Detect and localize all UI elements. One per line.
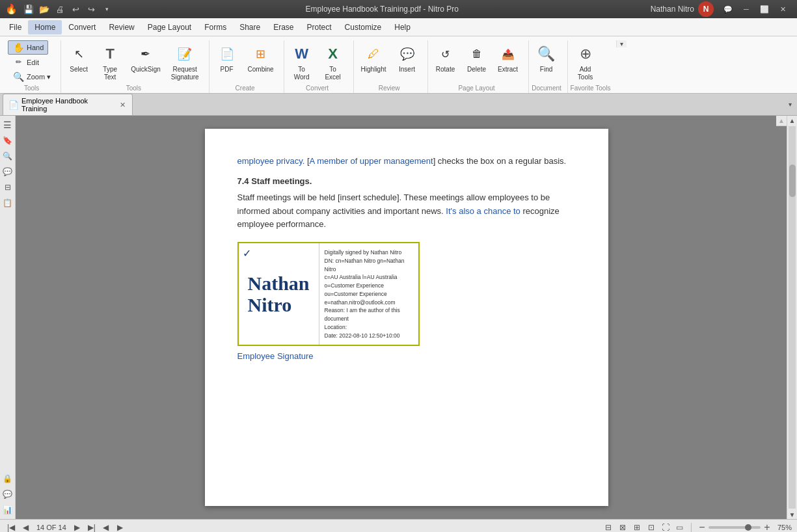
delete-button[interactable]: 🗑 Delete: [462, 40, 492, 77]
page-layout-group-label: Page Layout: [431, 85, 523, 93]
nav-back[interactable]: ◀: [100, 522, 112, 533]
scroll-down-arrow[interactable]: ▼: [787, 510, 797, 519]
add-tools-icon: ⊕: [575, 44, 596, 64]
sidebar-icon-comments[interactable]: 💬: [1, 165, 14, 178]
menu-forms[interactable]: Forms: [198, 20, 233, 34]
viewer-scroll-top[interactable]: ▲: [776, 116, 787, 126]
find-label: Find: [540, 66, 552, 73]
quicksign-button[interactable]: ✒ QuickSign: [126, 40, 165, 77]
insert-label: Insert: [399, 66, 415, 73]
rotate-label: Rotate: [436, 66, 455, 73]
qa-save-icon[interactable]: 💾: [21, 2, 36, 16]
scroll-thumb[interactable]: [789, 165, 796, 197]
thumbnail-view[interactable]: ⊡: [645, 522, 657, 533]
sidebar-icon-chat[interactable]: 💬: [1, 488, 14, 501]
menu-page-layout[interactable]: Page Layout: [141, 20, 198, 34]
to-word-label: ToWord: [294, 66, 310, 81]
sig-name-line1: Nathan: [248, 273, 310, 294]
fav-tools-group-label: Favorite Tools: [571, 85, 611, 93]
restore-btn[interactable]: ⬜: [755, 0, 774, 18]
para2-link[interactable]: It's also a chance to: [446, 206, 520, 216]
menu-customize[interactable]: Customize: [338, 20, 388, 34]
extract-label: Extract: [498, 66, 518, 73]
nav-forward[interactable]: ▶: [115, 522, 126, 533]
extract-button[interactable]: 📤 Extract: [493, 40, 523, 77]
convert-group: W ToWord X ToExcel Convert: [284, 40, 354, 93]
qa-undo-icon[interactable]: ↩: [68, 2, 83, 16]
double-page-view[interactable]: ⊠: [617, 522, 628, 533]
ribbon-overflow-btn[interactable]: ▾: [616, 40, 627, 47]
to-excel-label: ToExcel: [325, 66, 340, 81]
menu-home[interactable]: Home: [28, 20, 62, 34]
menu-file[interactable]: File: [3, 20, 28, 34]
to-word-button[interactable]: W ToWord: [287, 40, 317, 85]
continuous-view[interactable]: ⊞: [631, 522, 643, 533]
sidebar-icon-thumbnails[interactable]: ⊟: [1, 181, 14, 194]
combine-icon: ⊞: [250, 44, 271, 64]
qa-open-icon[interactable]: 📂: [37, 2, 51, 16]
tab-doc-icon: 📄: [8, 100, 19, 110]
menu-share[interactable]: Share: [233, 20, 267, 34]
combine-button[interactable]: ⊞ Combine: [243, 40, 278, 77]
pdf-button[interactable]: 📄 PDF: [212, 40, 242, 77]
tools-group2-label: Tools: [64, 85, 203, 93]
tab-bar: 📄 Employee Handbook Training ✕ ▾: [0, 94, 797, 116]
tab-close-icon[interactable]: ✕: [120, 101, 126, 109]
document-tab[interactable]: 📄 Employee Handbook Training ✕: [3, 94, 133, 115]
close-btn[interactable]: ✕: [774, 0, 792, 18]
select-icon: ↖: [68, 44, 89, 64]
insert-button[interactable]: 💬 Insert: [392, 40, 422, 77]
sidebar-icon-security[interactable]: 🔒: [1, 472, 14, 485]
user-avatar[interactable]: N: [698, 1, 714, 17]
select-tools-group: ↖ Select T TypeText ✒ QuickSign 📝 Reques…: [61, 40, 209, 93]
edit-button[interactable]: ✏ Edit: [8, 56, 44, 68]
nav-prev-page[interactable]: ◀: [20, 522, 31, 533]
sidebar-icon-info[interactable]: 📊: [1, 503, 14, 516]
rotate-button[interactable]: ↺ Rotate: [431, 40, 461, 77]
para1-link2[interactable]: A member of upper management: [310, 156, 433, 166]
qa-redo-icon[interactable]: ↪: [84, 2, 98, 16]
menu-review[interactable]: Review: [102, 20, 141, 34]
menubar: File Home Convert Review Page Layout For…: [0, 18, 797, 36]
highlight-button[interactable]: 🖊 Highlight: [357, 40, 391, 77]
menu-help[interactable]: Help: [388, 20, 417, 34]
employee-signature-label: Employee Signature: [237, 351, 576, 361]
minimize-btn[interactable]: ─: [737, 0, 755, 18]
menu-protect[interactable]: Protect: [301, 20, 338, 34]
sidebar-icon-layers[interactable]: 📋: [1, 196, 14, 209]
qa-print-icon[interactable]: 🖨: [53, 2, 67, 16]
document-group: 🔍 Find Document: [529, 40, 568, 93]
find-button[interactable]: 🔍 Find: [532, 40, 561, 77]
sidebar-icon-pages[interactable]: ☰: [1, 118, 14, 131]
chat-icon[interactable]: 💬: [719, 0, 737, 18]
type-text-button[interactable]: T TypeText: [95, 40, 125, 85]
tab-right-arrow[interactable]: ▾: [786, 100, 794, 109]
nav-next-page[interactable]: ▶: [72, 522, 83, 533]
hand-label: Hand: [27, 44, 44, 51]
add-tools-button[interactable]: ⊕ AddTools: [571, 40, 601, 85]
to-excel-button[interactable]: X ToExcel: [318, 40, 348, 85]
qa-dropdown-icon[interactable]: ▾: [100, 2, 114, 16]
zoom-in-btn[interactable]: +: [762, 522, 772, 533]
zoom-slider[interactable]: [709, 526, 761, 529]
sidebar-icon-bookmarks[interactable]: 🔖: [1, 134, 14, 147]
hand-button[interactable]: ✋ Hand: [8, 40, 48, 55]
zoom-button[interactable]: 🔍 Zoom ▾: [8, 70, 55, 84]
fullscreen-view[interactable]: ⛶: [660, 522, 671, 533]
nav-first-page[interactable]: |◀: [5, 522, 17, 533]
menu-erase[interactable]: Erase: [267, 20, 300, 34]
menu-convert[interactable]: Convert: [62, 20, 102, 34]
find-icon: 🔍: [536, 44, 557, 64]
highlight-label: Highlight: [361, 66, 386, 73]
zoom-handle[interactable]: [745, 524, 751, 531]
request-sig-button[interactable]: 📝 RequestSignature: [167, 40, 204, 85]
scroll-track-area[interactable]: [789, 126, 796, 509]
zoom-out-btn[interactable]: −: [697, 522, 707, 533]
single-page-view[interactable]: ⊟: [602, 522, 614, 533]
select-button[interactable]: ↖ Select: [64, 40, 94, 77]
nav-last-page[interactable]: ▶|: [86, 522, 98, 533]
presentation-view[interactable]: ▭: [674, 522, 686, 533]
sidebar-icon-search[interactable]: 🔍: [1, 150, 14, 163]
para1-link1[interactable]: employee privacy.: [237, 156, 305, 166]
scroll-up-arrow[interactable]: ▲: [787, 116, 797, 125]
